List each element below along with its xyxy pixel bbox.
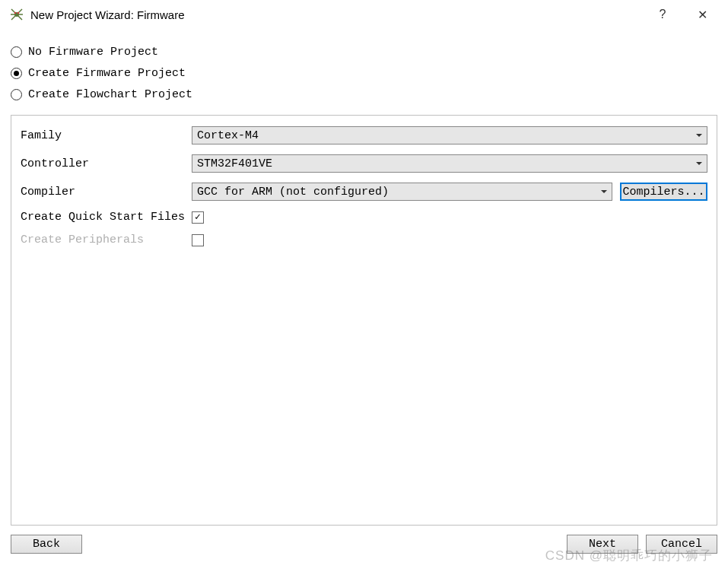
- radio-icon: [11, 89, 22, 100]
- radio-create-firmware[interactable]: Create Firmware Project: [11, 67, 717, 80]
- controller-row: Controller STM32F401VE: [21, 154, 707, 173]
- chevron-down-icon: [696, 134, 702, 137]
- radio-icon: [11, 46, 22, 58]
- radio-label: Create Flowchart Project: [28, 88, 192, 101]
- svg-line-1: [11, 9, 17, 14]
- app-icon: [9, 7, 24, 22]
- compiler-row: Compiler GCC for ARM (not configured) Co…: [21, 183, 707, 201]
- help-button[interactable]: ?: [653, 8, 672, 22]
- peripherals-checkbox: [192, 234, 204, 246]
- back-button[interactable]: Back: [11, 535, 82, 554]
- settings-panel: Family Cortex-M4 Controller STM32F401VE …: [11, 115, 717, 526]
- quickstart-label: Create Quick Start Files: [21, 211, 192, 224]
- family-label: Family: [21, 129, 192, 142]
- button-bar: Back Next Cancel: [0, 526, 728, 563]
- radio-label: No Firmware Project: [28, 46, 158, 59]
- dropdown-value: Cortex-M4: [197, 129, 259, 142]
- project-type-radio-group: No Firmware Project Create Firmware Proj…: [11, 46, 717, 101]
- peripherals-label: Create Peripherals: [21, 233, 192, 246]
- svg-line-2: [17, 9, 22, 14]
- close-button[interactable]: ✕: [693, 8, 711, 22]
- family-row: Family Cortex-M4: [21, 126, 707, 144]
- svg-line-3: [11, 14, 17, 20]
- controller-label: Controller: [21, 157, 192, 170]
- svg-point-7: [14, 12, 16, 14]
- svg-point-8: [17, 12, 19, 14]
- compiler-dropdown[interactable]: GCC for ARM (not configured): [192, 183, 612, 201]
- svg-line-4: [17, 14, 22, 20]
- radio-label: Create Firmware Project: [28, 67, 186, 80]
- window-title: New Project Wizard: Firmware: [30, 8, 653, 21]
- next-button[interactable]: Next: [567, 535, 638, 554]
- titlebar: New Project Wizard: Firmware ? ✕: [0, 0, 728, 29]
- peripherals-row: Create Peripherals: [21, 233, 707, 246]
- chevron-down-icon: [601, 190, 607, 193]
- dropdown-value: GCC for ARM (not configured): [197, 186, 389, 198]
- quickstart-checkbox[interactable]: [192, 211, 204, 224]
- dropdown-value: STM32F401VE: [197, 157, 272, 170]
- content-area: No Firmware Project Create Firmware Proj…: [0, 29, 728, 526]
- radio-icon: [11, 68, 22, 79]
- family-dropdown[interactable]: Cortex-M4: [192, 126, 707, 144]
- cancel-button[interactable]: Cancel: [646, 535, 717, 554]
- titlebar-controls: ? ✕: [653, 8, 711, 22]
- controller-dropdown[interactable]: STM32F401VE: [192, 154, 707, 173]
- quickstart-row: Create Quick Start Files: [21, 211, 707, 224]
- compilers-button[interactable]: Compilers...: [620, 183, 707, 201]
- chevron-down-icon: [696, 162, 702, 165]
- radio-no-firmware[interactable]: No Firmware Project: [11, 46, 717, 59]
- radio-create-flowchart[interactable]: Create Flowchart Project: [11, 88, 717, 101]
- compiler-label: Compiler: [21, 186, 192, 198]
